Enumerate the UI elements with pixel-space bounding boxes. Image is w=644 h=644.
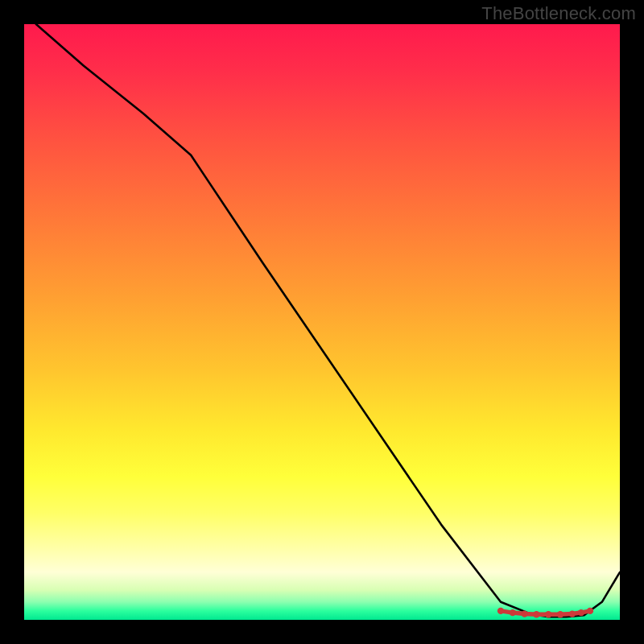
attribution-text: TheBottleneck.com bbox=[481, 3, 636, 24]
line-layer bbox=[24, 24, 620, 620]
marker-dot bbox=[557, 611, 564, 617]
marker-dot bbox=[569, 610, 576, 617]
marker-dot bbox=[578, 609, 584, 616]
curve-line bbox=[36, 24, 620, 617]
marker-dot bbox=[587, 608, 593, 614]
marker-dot bbox=[545, 611, 551, 617]
marker-dot bbox=[497, 608, 504, 614]
marker-dot bbox=[510, 609, 516, 616]
marker-dot bbox=[533, 611, 539, 617]
plot-area bbox=[24, 24, 620, 620]
marker-dot bbox=[521, 610, 527, 617]
chart-frame: TheBottleneck.com bbox=[0, 0, 644, 644]
